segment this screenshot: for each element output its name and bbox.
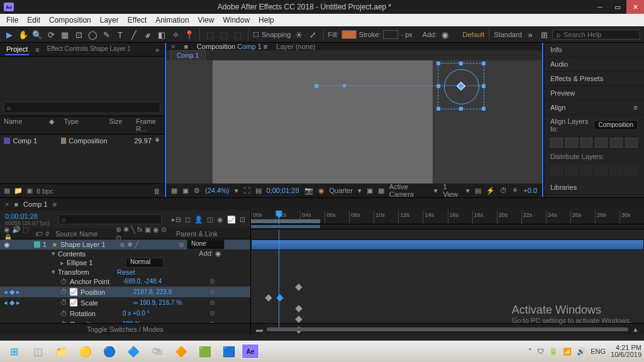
layer-tab[interactable]: Layer (none) — [276, 43, 315, 50]
contents-row[interactable]: ▾Contents Add: ◉ — [0, 250, 250, 258]
res-icon[interactable]: ⚙ — [194, 187, 200, 195]
alpha-icon[interactable]: ▣ — [182, 187, 189, 195]
workspace-standard[interactable]: Standard — [494, 31, 522, 38]
comp-mini-icon[interactable]: ▸⊟ — [172, 216, 181, 224]
shape-bbox[interactable] — [438, 63, 484, 109]
explorer-icon[interactable]: 📁 — [50, 343, 73, 360]
interpret-icon[interactable]: ▦ — [4, 187, 10, 195]
stroke-width[interactable]: - px — [401, 31, 412, 38]
maximize-button[interactable]: ▭ — [609, 0, 626, 14]
timeline-icon[interactable]: ⏱ — [500, 187, 507, 194]
align-left-icon[interactable] — [550, 138, 563, 148]
cti-line[interactable] — [279, 239, 279, 323]
nav-slider[interactable] — [267, 327, 628, 331]
roto-tool-icon[interactable]: ✧ — [170, 29, 181, 40]
tl-close-icon[interactable]: × — [5, 200, 9, 208]
preview-panel[interactable]: Preview — [544, 86, 644, 101]
tray-vol-icon[interactable]: 🔊 — [577, 348, 586, 356]
align-panel-header[interactable]: Align≡ — [544, 101, 644, 115]
transp-icon[interactable]: ▦ — [378, 187, 384, 195]
col-size[interactable]: Size — [109, 118, 133, 133]
hand-tool-icon[interactable]: ✋ — [18, 29, 29, 40]
new-folder-icon[interactable]: 📁 — [14, 187, 23, 195]
brainstorm-icon[interactable]: ⊡ — [240, 216, 245, 224]
view-axis-icon[interactable]: ⬚ — [232, 29, 243, 40]
workspace-more-icon[interactable]: » — [525, 29, 536, 40]
frame-blend-icon[interactable]: ◫ — [207, 216, 213, 224]
col-type[interactable]: Type — [64, 118, 106, 133]
prop-row-scale[interactable]: ◂ ◆ ▸ ⏱ 📈 Scale ∞ 190.9, 216.7 % ⊚ — [0, 297, 250, 308]
exposure-value[interactable]: +0.0 — [523, 187, 537, 194]
edge-icon[interactable]: 🔷 — [122, 343, 145, 360]
menu-file[interactable]: File — [3, 14, 22, 26]
ae-taskbar-icon[interactable]: Ae — [242, 344, 259, 359]
new-comp-icon[interactable]: ▣ — [26, 187, 33, 195]
menu-composition[interactable]: Composition — [45, 14, 95, 26]
full-icon[interactable]: ⛶ — [243, 187, 250, 194]
store-icon[interactable]: 🛍 — [146, 343, 169, 360]
snap-opt-icon[interactable]: ⚹ — [294, 29, 305, 40]
transform-row[interactable]: ▾Transform Reset — [0, 268, 250, 276]
blend-mode-select[interactable]: Normal — [126, 258, 164, 268]
time-ruler[interactable]: 00s02s 04s06s 08s10s 12s14s 16s18s 20s22… — [251, 211, 644, 224]
menu-edit[interactable]: Edit — [23, 14, 44, 26]
ellipse-row[interactable]: ▸Ellipse 1 Normal — [0, 258, 250, 268]
effect-controls-tab[interactable]: Effect Controls Shape Layer 1 — [46, 44, 132, 55]
align-to-select[interactable]: Composition — [594, 120, 638, 130]
shy-icon[interactable]: 👤 — [194, 216, 203, 224]
workspace-opts-icon[interactable]: ⊞ — [538, 29, 550, 40]
col-framerate[interactable]: Frame R... — [136, 118, 160, 133]
flow-icon[interactable]: ⚘ — [512, 187, 518, 195]
shape-tool-icon[interactable]: ◯ — [87, 29, 98, 40]
type-tool-icon[interactable]: T — [114, 29, 126, 40]
local-axis-icon[interactable]: ⬚ — [204, 29, 216, 40]
col-parent[interactable]: Parent & Link — [176, 230, 220, 238]
channel-icon[interactable]: ◉ — [318, 187, 325, 195]
tray-date[interactable]: 10/6/2019 — [611, 351, 641, 358]
fill-swatch[interactable] — [341, 30, 357, 39]
bpc-toggle[interactable]: 8 bpc — [36, 187, 53, 195]
tray-up-icon[interactable]: ˄ — [528, 348, 532, 356]
composition-tab[interactable]: Composition Comp 1 ≡ — [197, 43, 267, 50]
motion-blur-icon[interactable]: ◉ — [217, 216, 223, 224]
tl-lock-icon[interactable]: ■ — [14, 200, 18, 208]
draft3d-icon[interactable]: ◻ — [185, 216, 191, 224]
menu-layer[interactable]: Layer — [96, 14, 123, 26]
align-bottom-icon[interactable] — [625, 138, 638, 148]
viewer[interactable] — [166, 60, 542, 184]
menu-view[interactable]: View — [194, 14, 218, 26]
menu-animation[interactable]: Animation — [152, 14, 192, 26]
ie-icon[interactable]: 🔵 — [98, 343, 121, 360]
pen-tool-icon[interactable]: ✎ — [101, 29, 112, 40]
project-search[interactable]: ⌕ — [4, 102, 160, 113]
snap-opt2-icon[interactable]: ⤢ — [308, 29, 319, 40]
fast-prev-icon[interactable]: ⚡ — [486, 187, 495, 195]
project-item-comp1[interactable]: Comp 1 Composition 29.97 ⚘ — [0, 134, 164, 146]
puppet-tool-icon[interactable]: 📍 — [184, 29, 195, 40]
graph-editor-icon[interactable]: 📈 — [227, 216, 236, 224]
prop-row-anchor-point[interactable]: ⏱ Anchor Point -689.0, -248.4 ⊚ — [0, 276, 250, 287]
info-panel[interactable]: Info — [544, 43, 644, 57]
minimize-button[interactable]: ─ — [591, 0, 609, 14]
pan-behind-tool-icon[interactable]: ⊡ — [73, 29, 84, 40]
toggle-switches[interactable]: Toggle Switches / Modes — [87, 326, 164, 333]
viewer-timecode[interactable]: 0;00;01;28 — [267, 187, 299, 194]
reset-link[interactable]: Reset — [117, 268, 135, 276]
word-icon[interactable]: 🟦 — [218, 343, 240, 360]
panel-menu-icon[interactable]: ≡ — [634, 104, 638, 111]
panel-more-icon[interactable]: » — [155, 46, 159, 53]
menu-effect[interactable]: Effect — [124, 14, 150, 26]
snapping-checkbox[interactable]: ☐ Snapping — [253, 31, 291, 39]
panel-close-icon[interactable]: × — [171, 43, 175, 50]
workspace-default[interactable]: Default — [462, 31, 484, 38]
clone-tool-icon[interactable]: ⸙ — [142, 29, 153, 40]
col-tag[interactable]: ◆ — [49, 118, 61, 133]
camera-tool-icon[interactable]: ▦ — [59, 29, 70, 40]
trash-icon[interactable]: 🗑 — [153, 187, 160, 195]
add-menu-icon[interactable]: ◉ — [439, 29, 450, 40]
camera-select[interactable]: Active Camera — [389, 183, 430, 198]
world-axis-icon[interactable]: ⬚ — [218, 29, 230, 40]
search-help[interactable]: ⌕ Search Help — [552, 30, 640, 40]
tray-power-icon[interactable]: 🔋 — [549, 348, 558, 356]
zoom-tool-icon[interactable]: 🔍 — [31, 29, 43, 40]
